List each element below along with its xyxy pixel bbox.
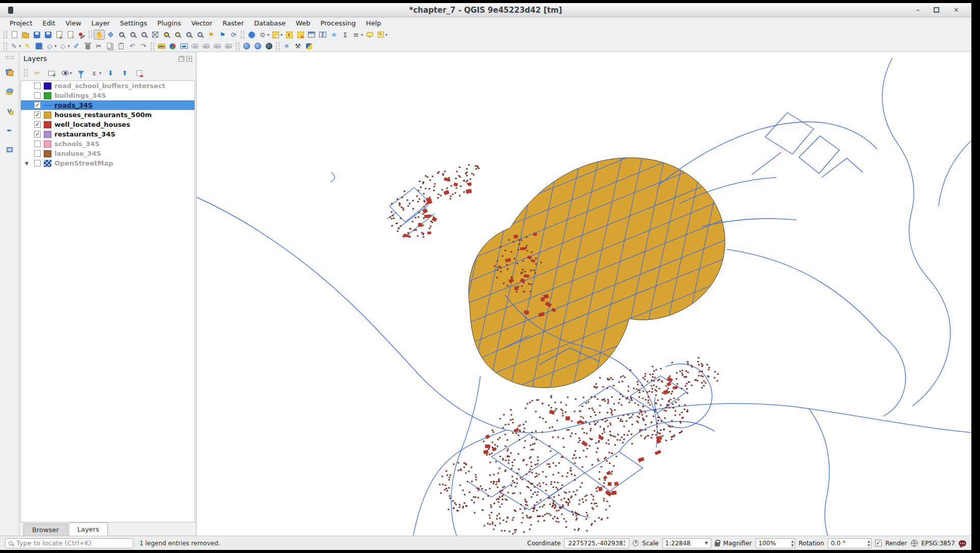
zoom-last-button[interactable] <box>183 30 194 40</box>
manage-map-themes-button[interactable]: ▾ <box>60 68 73 78</box>
show-layout-manager-button[interactable] <box>65 30 76 40</box>
osm-place-search-button[interactable] <box>263 41 274 51</box>
spinner-arrows-icon[interactable]: ▲▼ <box>791 539 794 547</box>
toolbar-handle[interactable] <box>4 42 7 50</box>
new-annotation-button[interactable]: ✎▾ <box>375 30 388 40</box>
run-feature-action-button[interactable]: ⚙▾ <box>257 30 270 40</box>
map-tips-button[interactable] <box>364 30 375 40</box>
layer-checkbox-OpenStreetMap[interactable] <box>34 160 41 167</box>
layer-row-landuse_34S[interactable]: landuse_34S <box>21 149 194 158</box>
undo-button[interactable]: ↶ <box>127 41 138 51</box>
new-print-layout-button[interactable] <box>53 30 65 40</box>
add-vector-layer-button[interactable]: V <box>4 105 16 117</box>
field-calculator-button[interactable]: ∑ <box>317 30 328 40</box>
menu-layer[interactable]: Layer <box>87 18 115 28</box>
layer-checkbox-well_located_houses[interactable]: ✓ <box>34 121 41 128</box>
toolbar-handle[interactable] <box>236 42 239 50</box>
layer-checkbox-landuse_34S[interactable] <box>34 150 41 157</box>
data-source-manager-button[interactable] <box>4 66 16 78</box>
magnifier-spinbox[interactable]: 100% ▲▼ <box>755 538 795 548</box>
highlight-pinned-labels-button[interactable]: ab <box>189 41 201 51</box>
toolbar-handle[interactable] <box>24 69 27 77</box>
layer-row-houses_restaurants_500m[interactable]: ✓houses_restaurants_500m <box>21 110 194 120</box>
toolbar-handle[interactable] <box>6 56 14 59</box>
layer-checkbox-roads_34S[interactable]: ✓ <box>34 102 41 108</box>
layer-row-well_located_houses[interactable]: ✓well_located_houses <box>21 120 194 129</box>
add-virtual-layer-button[interactable] <box>4 144 16 156</box>
copy-features-button[interactable] <box>104 41 116 51</box>
scale-combo[interactable]: 1:22848 ▼ <box>662 538 711 548</box>
zoom-in-button[interactable] <box>116 30 127 40</box>
minimize-button[interactable]: – <box>916 7 920 13</box>
identify-features-button[interactable] <box>246 30 257 40</box>
pan-map-button[interactable]: ✋ <box>94 30 105 40</box>
add-group-button[interactable] <box>45 68 58 78</box>
paste-features-button[interactable] <box>116 41 127 51</box>
modify-attributes-button[interactable]: ✐ <box>71 41 82 51</box>
change-label-button[interactable]: abc <box>223 41 234 51</box>
current-edits-button[interactable]: ✎▾ <box>9 41 22 51</box>
zoom-native-button[interactable] <box>138 30 150 40</box>
select-features-button[interactable]: ▾ <box>270 30 284 40</box>
layer-checkbox-houses_restaurants_500m[interactable]: ✓ <box>34 112 41 118</box>
render-checkbox[interactable]: ✓ <box>875 540 882 546</box>
extents-icon[interactable] <box>633 540 638 546</box>
expand-all-button[interactable]: ⬇ <box>104 68 117 78</box>
measure-line-button[interactable]: ≡▾ <box>351 30 364 40</box>
zoom-full-button[interactable] <box>150 30 161 40</box>
epsg-status[interactable]: EPSG:3857 <box>921 540 955 547</box>
map-canvas[interactable] <box>197 52 971 536</box>
cut-features-button[interactable]: ✂ <box>93 41 104 51</box>
lock-icon[interactable] <box>715 542 720 546</box>
toolbox-button[interactable]: ⚒ <box>292 41 303 51</box>
menu-database[interactable]: Database <box>249 18 290 28</box>
layer-row-road_school_buffers_intersect[interactable]: road_school_buffers_intersect <box>21 81 194 91</box>
rotation-spinbox[interactable]: 0.0 ° ▲▼ <box>828 538 872 548</box>
processing-options-button[interactable]: ✳ <box>328 30 340 40</box>
menu-raster[interactable]: Raster <box>218 18 248 28</box>
menu-vector[interactable]: Vector <box>187 18 217 28</box>
menu-web[interactable]: Web <box>291 18 315 28</box>
save-project-as-button[interactable] <box>42 30 53 40</box>
new-project-button[interactable] <box>9 30 20 40</box>
pin-labels-button[interactable]: ab <box>178 41 189 51</box>
menu-project[interactable]: Project <box>5 18 37 28</box>
layer-row-OpenStreetMap[interactable]: ▼OpenStreetMap <box>21 158 194 168</box>
web-map-services-button[interactable] <box>252 41 263 51</box>
metasearch-button[interactable] <box>241 41 252 51</box>
new-spatial-bookmark-button[interactable]: ⚑ <box>206 30 217 40</box>
maximize-button[interactable] <box>934 7 939 13</box>
open-layer-styling-button[interactable]: ✏ <box>31 68 43 78</box>
crs-globe-icon[interactable] <box>911 540 918 547</box>
move-label-button[interactable]: abc <box>201 41 212 51</box>
toolbar-handle[interactable] <box>89 31 92 39</box>
layer-row-roads_34S[interactable]: ✓roads_34S <box>21 100 194 110</box>
coordinate-box[interactable] <box>564 538 629 548</box>
delete-selected-button[interactable] <box>82 41 93 51</box>
layer-checkbox-schools_34S[interactable] <box>34 141 41 147</box>
filter-by-expression-button[interactable]: ε▾ <box>89 68 102 78</box>
locator-box[interactable] <box>5 538 133 548</box>
panel-close-icon[interactable]: ✕ <box>186 56 192 62</box>
zoom-out-button[interactable] <box>127 30 138 40</box>
save-project-button[interactable] <box>31 30 42 40</box>
processing-toolbox-button[interactable]: ✳ <box>281 41 292 51</box>
layer-checkbox-restaurants_34S[interactable]: ✓ <box>34 131 41 137</box>
layer-row-buildings_34S[interactable]: buildings_34S <box>21 91 194 100</box>
remove-layer-button[interactable] <box>133 68 145 78</box>
menu-edit[interactable]: Edit <box>38 18 60 28</box>
menu-plugins[interactable]: Plugins <box>153 18 186 28</box>
menu-help[interactable]: Help <box>361 18 386 28</box>
close-button[interactable]: ✕ <box>954 7 959 13</box>
expander-icon[interactable]: ▼ <box>25 161 29 166</box>
menu-settings[interactable]: Settings <box>116 18 152 28</box>
collapse-all-button[interactable]: ⬆ <box>119 68 131 78</box>
layer-checkbox-buildings_34S[interactable] <box>34 92 41 99</box>
layer-row-restaurants_34S[interactable]: ✓restaurants_34S <box>21 129 194 139</box>
layer-diagram-button[interactable] <box>167 41 178 51</box>
new-shapefile-layer-button[interactable]: ✒ <box>4 124 16 136</box>
layer-checkbox-road_school_buffers_intersect[interactable] <box>34 82 41 89</box>
tab-browser[interactable]: Browser <box>23 523 68 536</box>
style-manager-button[interactable] <box>76 30 87 40</box>
add-geopackage-layer-button[interactable] <box>4 86 16 98</box>
